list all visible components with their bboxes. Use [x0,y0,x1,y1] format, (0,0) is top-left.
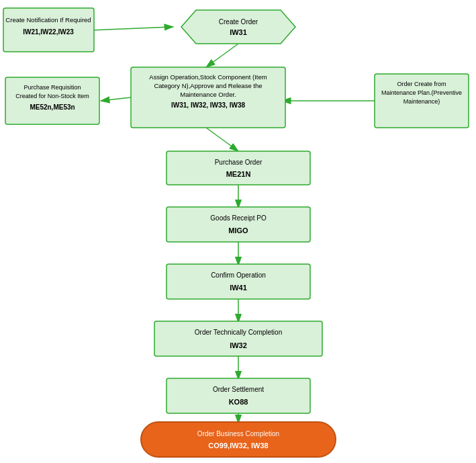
confirm-operation-box [166,264,310,299]
confirm-operation-code: IW41 [230,284,247,292]
purchase-req-label1: Purchase Requisition [23,84,81,91]
order-business-box [141,422,336,457]
order-settlement-label: Order Settlement [213,386,264,393]
arrow-notification-to-order [91,27,173,30]
assign-operation-label2: Category N),Approve and Release the [154,82,262,89]
goods-receipt-box [166,207,310,242]
order-tech-code: IW32 [230,341,247,349]
goods-receipt-label: Goods Receipt PO [210,214,267,222]
create-notification-code: IW21,IW22,IW23 [23,28,74,36]
order-business-label: Order Business Completion [197,430,279,437]
order-tech-box [154,321,322,356]
assign-operation-label1: Assign Operation,Stock Component (Item [149,73,267,81]
arrow-assign-to-po [206,128,238,151]
order-create-maint-label1: Order Create from [397,81,446,87]
purchase-order-label: Purchase Order [215,159,263,166]
order-settlement-code: KO88 [229,398,248,406]
create-order-box [181,10,295,44]
flowchart-diagram: Create Notification If Required IW21,IW2… [0,0,476,463]
purchase-order-box [166,151,310,185]
create-order-code: IW31 [230,28,247,36]
create-order-label: Create Order [219,18,258,26]
goods-receipt-code: MIGO [228,226,248,235]
arrow-assign-to-purchreq [101,97,131,101]
order-create-maint-label3: Maintenance) [403,98,440,105]
order-tech-label: Order Technically Completion [195,329,282,336]
confirm-operation-label: Confirm Operation [211,271,266,279]
order-business-code: CO99,IW32, IW38 [208,441,268,450]
purchase-req-code: ME52n,ME53n [30,103,75,111]
assign-operation-code: IW31, IW32, IW33, IW38 [171,101,245,109]
purchase-order-code: ME21N [226,170,251,178]
order-create-maint-label2: Maintenance Plan.(Preventive [381,89,462,96]
assign-operation-label3: Maintenance Order. [180,91,236,98]
arrow-order-to-assign [206,44,238,67]
purchase-req-label2: Created for Non-Stock Item [15,93,89,99]
create-notification-label: Create Notification If Required [5,16,91,24]
order-settlement-box [166,378,310,413]
